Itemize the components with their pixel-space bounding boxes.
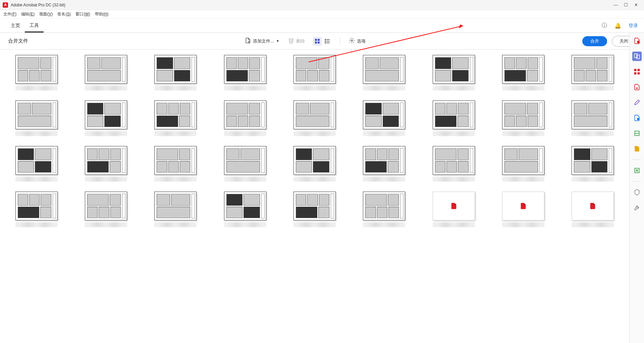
- toolbar: 合并文件 添加文件... ▼ 删除: [0, 33, 644, 50]
- file-thumbnail[interactable]: [493, 100, 553, 136]
- file-label: [363, 131, 405, 136]
- menu-window[interactable]: 窗口(W): [75, 11, 90, 17]
- create-pdf-icon[interactable]: [632, 36, 642, 46]
- file-label: [433, 177, 475, 182]
- file-thumbnail[interactable]: [424, 192, 483, 227]
- file-label: [572, 222, 614, 227]
- svg-rect-3: [315, 42, 317, 44]
- file-thumbnail[interactable]: [76, 100, 136, 136]
- file-thumbnail[interactable]: [76, 146, 136, 182]
- login-link[interactable]: 登录: [629, 23, 638, 29]
- file-label: [154, 86, 197, 90]
- file-thumbnail[interactable]: [285, 100, 344, 136]
- merge-button[interactable]: 合并: [582, 36, 607, 46]
- file-thumbnail[interactable]: [563, 100, 623, 136]
- combine-files-icon[interactable]: [632, 52, 642, 61]
- delete-button[interactable]: 删除: [285, 36, 308, 47]
- file-label: [433, 86, 475, 90]
- drawing-preview: [85, 55, 127, 84]
- drawing-preview: [433, 100, 475, 129]
- file-thumbnail[interactable]: [146, 100, 205, 136]
- file-thumbnail[interactable]: [355, 55, 414, 90]
- file-thumbnail[interactable]: [7, 100, 66, 136]
- file-thumbnail[interactable]: [285, 146, 344, 182]
- close-window-button[interactable]: ✕: [634, 3, 638, 7]
- grid-view-button[interactable]: [313, 37, 322, 46]
- drawing-preview: [293, 192, 336, 220]
- file-label: [154, 131, 197, 136]
- file-thumbnail[interactable]: [7, 192, 66, 227]
- file-thumbnail[interactable]: [76, 55, 136, 90]
- drawing-preview: [502, 146, 544, 175]
- file-thumbnail[interactable]: [7, 146, 66, 182]
- file-thumbnail[interactable]: [285, 55, 344, 90]
- menu-edit[interactable]: 编辑(E): [21, 11, 35, 17]
- file-thumbnail[interactable]: [285, 192, 344, 227]
- maximize-button[interactable]: ☐: [624, 3, 628, 7]
- file-thumbnail[interactable]: [493, 55, 553, 90]
- add-files-button[interactable]: 添加文件... ▼: [241, 36, 283, 47]
- file-thumbnail[interactable]: [146, 192, 205, 227]
- minimize-button[interactable]: —: [614, 3, 618, 7]
- options-button[interactable]: 选项: [345, 36, 369, 47]
- file-label: [572, 86, 614, 90]
- tab-home[interactable]: 主页: [6, 19, 25, 32]
- menu-file[interactable]: 文件(F): [3, 11, 16, 17]
- file-thumbnail[interactable]: [146, 55, 205, 90]
- file-label: [502, 86, 544, 90]
- more-tools-icon[interactable]: [632, 203, 642, 212]
- gear-icon: [349, 38, 355, 45]
- file-thumbnail[interactable]: [563, 146, 623, 182]
- file-thumbnail[interactable]: [76, 192, 136, 227]
- file-label: [502, 131, 544, 136]
- file-thumbnail[interactable]: [563, 192, 623, 227]
- file-thumbnail[interactable]: [424, 146, 483, 182]
- shield-icon[interactable]: [632, 188, 642, 197]
- export-pdf-icon[interactable]: [632, 82, 642, 92]
- menu-view[interactable]: 视图(V): [39, 11, 53, 17]
- protect-icon[interactable]: [632, 144, 642, 153]
- compress-icon[interactable]: [632, 166, 642, 175]
- menubar: 文件(F) 编辑(E) 视图(V) 签名(S) 窗口(W) 帮助(H): [0, 10, 644, 19]
- comment-icon[interactable]: [632, 113, 642, 123]
- file-thumbnail[interactable]: [215, 192, 275, 227]
- file-label: [224, 86, 266, 90]
- file-label: [363, 86, 405, 90]
- svg-rect-4: [318, 42, 320, 44]
- file-label: [363, 222, 405, 227]
- file-thumbnail[interactable]: [7, 55, 66, 90]
- titlebar: A Adobe Acrobat Pro DC (32-bit) — ☐ ✕: [0, 0, 644, 10]
- drawing-preview: [154, 55, 197, 84]
- menu-sign[interactable]: 签名(S): [57, 11, 71, 17]
- help-icon[interactable]: ⓘ: [602, 22, 607, 29]
- drawing-preview: [85, 192, 127, 220]
- svg-rect-1: [315, 39, 317, 41]
- scan-ocr-icon[interactable]: [632, 129, 642, 138]
- menu-help[interactable]: 帮助(H): [95, 11, 109, 17]
- file-thumbnail[interactable]: [215, 55, 275, 90]
- file-thumbnail[interactable]: [493, 146, 553, 182]
- list-view-button[interactable]: [323, 37, 332, 46]
- file-thumbnail[interactable]: [563, 55, 623, 90]
- file-thumbnail[interactable]: [493, 192, 553, 227]
- file-thumbnail[interactable]: [215, 100, 275, 136]
- file-thumbnail[interactable]: [355, 100, 414, 136]
- tab-tools[interactable]: 工具: [25, 19, 44, 32]
- file-thumbnail[interactable]: [355, 146, 414, 182]
- file-thumbnail[interactable]: [424, 100, 483, 136]
- file-label: [85, 86, 127, 90]
- file-thumbnail[interactable]: [146, 146, 205, 182]
- file-thumbnail[interactable]: [215, 146, 275, 182]
- file-label: [15, 222, 58, 227]
- bell-icon[interactable]: 🔔: [614, 22, 621, 29]
- file-thumbnail[interactable]: [355, 192, 414, 227]
- app-icon: A: [3, 2, 8, 8]
- dropdown-icon: ▼: [276, 39, 279, 43]
- svg-point-9: [325, 41, 326, 42]
- svg-rect-16: [637, 69, 640, 71]
- organize-pages-icon[interactable]: [632, 67, 642, 76]
- drawing-preview: [15, 55, 58, 84]
- side-panel: [629, 33, 644, 343]
- edit-pdf-icon[interactable]: [632, 98, 642, 107]
- file-thumbnail[interactable]: [424, 55, 483, 90]
